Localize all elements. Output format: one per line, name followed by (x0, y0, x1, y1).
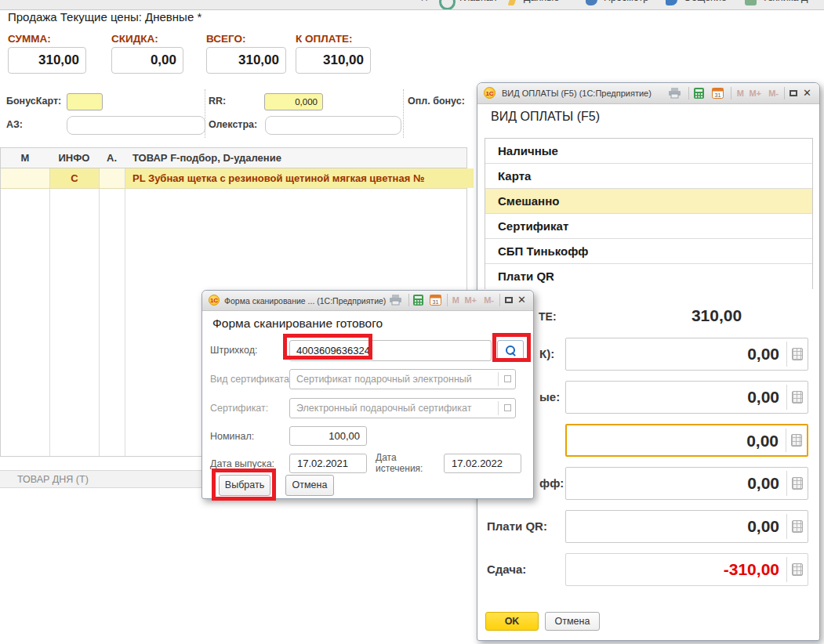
scan-dialog-header: Форма сканирование готового (212, 317, 383, 331)
card-amount-label: К): (539, 347, 554, 360)
cert-value: Электронный подарочный сертификат (296, 403, 471, 414)
change-label: Сдача: (487, 563, 526, 576)
payment-dialog-title: ВИД ОПЛАТЫ (F5) (1С:Предприятие) (502, 89, 652, 98)
az-input[interactable] (67, 116, 205, 135)
close-icon[interactable]: ✕ (517, 294, 526, 306)
separator (786, 385, 787, 410)
payment-dialog-header: ВИД ОПЛАТЫ (F5) (491, 110, 600, 124)
calculator-icon[interactable] (792, 348, 803, 360)
calculator-icon[interactable] (792, 477, 803, 490)
calculator-icon[interactable] (792, 391, 803, 403)
cell-tovar: PL Зубная щетка с резиновой щетиной мягк… (125, 168, 474, 188)
payment-options-list: Наличные Карта Смешанно Сертификат СБП Т… (485, 138, 813, 289)
change-value: -310,00 (724, 554, 779, 585)
memory-button[interactable]: M (452, 295, 459, 305)
sbp-amount-field[interactable]: 0,00 (565, 467, 808, 500)
payment-option-sertifikat[interactable]: Сертификат (485, 214, 812, 239)
calculator-icon[interactable] (413, 295, 424, 309)
vsego-label: ВСЕГО: (206, 33, 245, 45)
card-amount-field[interactable]: 0,00 (565, 338, 808, 371)
maximize-icon[interactable] (790, 90, 797, 96)
rr-input[interactable]: 0,000 (264, 93, 323, 110)
calculator-icon[interactable] (694, 88, 705, 103)
cert-field[interactable]: Электронный подарочный сертификат (289, 398, 516, 418)
certificate-amount-field-focused[interactable]: 0,00 (565, 424, 808, 457)
ribbon-item-prosmotr[interactable]: Просмотр (604, 0, 648, 9)
memory-plus-button[interactable]: M+ (464, 295, 477, 305)
cash-amount-value: 0,00 (747, 382, 779, 413)
cell-m (1, 168, 49, 188)
memory-button[interactable]: M (737, 89, 744, 98)
separator (786, 471, 787, 496)
cert-type-field[interactable]: Сертификат подарочный электронный (289, 369, 516, 389)
summa-value: 310,00 (8, 47, 86, 74)
calendar-icon[interactable]: 31 (712, 88, 724, 102)
ribbon-item-obshchenie[interactable]: Общение (684, 0, 727, 9)
maximize-icon[interactable] (505, 297, 513, 303)
col-header-m: М (1, 148, 49, 168)
ribbon-item-dannye[interactable]: Данные (524, 0, 559, 9)
refresh-icon (439, 0, 456, 10)
separator (499, 294, 500, 306)
payment-option-karta[interactable]: Карта (485, 164, 812, 189)
change-field: -310,00 (565, 553, 808, 586)
calculator-icon[interactable] (791, 434, 802, 447)
payment-cancel-button[interactable]: Отмена (545, 612, 600, 631)
cash-amount-label: ые: (539, 390, 560, 403)
skidka-value: 0,00 (111, 47, 183, 74)
separator (731, 87, 731, 99)
k-oplate-value: 310,00 (296, 47, 371, 74)
nominal-input[interactable]: 100,00 (289, 426, 367, 446)
phone-icon (666, 0, 677, 5)
cell-info: С (50, 168, 99, 188)
memory-minus-button[interactable]: M- (768, 89, 779, 98)
payment-option-nalichnye[interactable]: Наличные (485, 139, 812, 164)
cash-amount-field[interactable]: 0,00 (565, 381, 808, 414)
plati-qr-amount-value: 0,00 (747, 511, 779, 542)
bonus-card-input[interactable] (67, 93, 103, 110)
separator (447, 294, 448, 306)
print-icon[interactable] (389, 295, 402, 309)
screen: ✕ Главная Данные Просмотр Общение Техник… (0, 0, 824, 644)
scan-dialog-titlebar: 1С Форма сканирование ... (1С:Предприяти… (202, 291, 533, 311)
memory-minus-button[interactable]: M- (484, 295, 494, 305)
calendar-icon[interactable]: 31 (430, 295, 441, 309)
scan-dialog-title: Форма сканирование ... (1С:Предприятие) (224, 296, 386, 306)
table-row[interactable]: С PL Зубная щетка с резиновой щетиной мя… (1, 168, 466, 189)
close-icon[interactable]: ✕ (803, 87, 811, 99)
separator (784, 87, 785, 99)
payment-option-plati-qr[interactable]: Плати QR (485, 264, 812, 289)
olextra-input[interactable] (265, 116, 401, 135)
payment-option-smeshanno[interactable]: Смешанно (485, 189, 812, 214)
separator (498, 372, 499, 386)
plati-qr-amount-field[interactable]: 0,00 (565, 510, 808, 543)
calculator-icon[interactable] (792, 563, 803, 576)
scan-cancel-button[interactable]: Отмена (285, 475, 334, 496)
scan-dialog: 1С Форма сканирование ... (1С:Предприяти… (201, 290, 534, 499)
cert-label: Сертификат: (210, 403, 268, 414)
az-label: АЗ: (6, 119, 23, 130)
certificate-amount-value: 0,00 (746, 425, 779, 455)
open-icon[interactable] (504, 375, 511, 382)
ribbon-item-tekhnika[interactable]: Техника Д (762, 0, 808, 9)
ok-button[interactable]: OK (485, 612, 539, 631)
payment-dialog-titlebar: 1С ВИД ОПЛАТЫ (F5) (1С:Предприятие) 31 M… (477, 83, 819, 104)
print-icon[interactable] (668, 88, 681, 102)
col-header-tovar: ТОВАР F-подбор, D-удаление (132, 148, 462, 168)
col-header-a: А. (99, 148, 125, 168)
cert-type-value: Сертификат подарочный электронный (296, 374, 472, 385)
card-amount-value: 0,00 (747, 338, 779, 370)
ribbon-item-glavnaya[interactable]: Главная (459, 0, 497, 9)
expiry-date-input[interactable]: 17.02.2022 (444, 454, 521, 473)
skidka-label: СКИДКА: (111, 33, 158, 45)
payment-option-sbp-tinkoff[interactable]: СБП Тинькофф (485, 239, 812, 264)
calculator-icon[interactable] (792, 520, 803, 533)
issue-date-input[interactable]: 17.02.2021 (289, 454, 367, 473)
puzzle-icon (745, 0, 757, 5)
memory-plus-button[interactable]: M+ (749, 89, 761, 98)
annotation-search-button (492, 333, 531, 362)
separator (688, 87, 689, 99)
open-icon[interactable] (504, 404, 511, 411)
annotation-select-button (212, 469, 276, 501)
ribbon-close-icon[interactable]: ✕ (420, 0, 428, 9)
